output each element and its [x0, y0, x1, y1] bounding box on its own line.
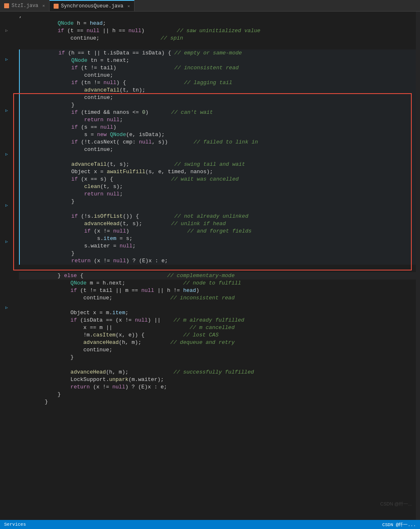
code-line: s = new QNode (e, isData); [19, 131, 416, 139]
code-line [19, 361, 416, 369]
status-watermark: CSDN @纤一... [382, 522, 416, 528]
code-line: if (x != null ) // and forget fields [19, 228, 416, 235]
code-line: s. item = s; [19, 235, 416, 242]
gutter-arrow-5[interactable]: ▷ [4, 239, 9, 245]
code-line: if (x == s) { // wait was cancelled [19, 176, 416, 183]
java-file-icon [4, 3, 9, 8]
code-line: advanceHead (h, m); // successfully fulf… [19, 369, 416, 376]
code-line [19, 302, 416, 309]
tab-synchronousqueue-close[interactable]: ✕ [127, 4, 130, 9]
code-line: } else { // complementary-mode [19, 272, 416, 280]
code-line [19, 205, 416, 213]
code-line: QNode tn = t.next; [19, 57, 416, 64]
code-line: continue; [19, 146, 416, 153]
status-bar: Services CSDN @纤一... [0, 520, 420, 529]
code-line: } [19, 391, 416, 398]
code-line: } [19, 398, 416, 406]
code-line: if (tn != null ) { // lagging tail [19, 79, 416, 87]
code-line: return (x != null ) ? (E)x : e; [19, 383, 416, 391]
code-line: if (t == null || h == null ) // saw unin… [19, 27, 416, 35]
code-line: continue; [19, 346, 416, 354]
code-line: continue; [19, 94, 416, 101]
gutter-arrow-4[interactable]: ▷ [4, 202, 9, 208]
code-line: clean (t, s); [19, 183, 416, 190]
gutter-arrow-1[interactable]: ▷ [4, 56, 9, 62]
tab-stzI[interactable]: StzI.java ✕ [0, 0, 50, 11]
code-line: } [19, 198, 416, 205]
gutter: ▷ ▷ ▷ ▷ ▷ ▷ ▷ [0, 12, 13, 520]
code-line: return null ; [19, 190, 416, 198]
code-line [19, 265, 416, 272]
code-line: , [19, 12, 416, 20]
code-line: if (!s. isOffList ()) { // not already u… [19, 213, 416, 220]
watermark: CSDN @纤一... [380, 500, 412, 508]
java-file-icon-2 [54, 4, 59, 9]
tab-bar: StzI.java ✕ SynchronousQueue.java ✕ [0, 0, 420, 12]
code-line: } [19, 101, 416, 109]
code-line: continue; [19, 72, 416, 79]
code-line: continue; // inconsistent read [19, 294, 416, 302]
tab-synchronousqueue[interactable]: SynchronousQueue.java ✕ [50, 0, 134, 11]
code-line: QNode h = head ; [19, 20, 416, 27]
code-area[interactable]: , QNode h = head ; if (t == null || h == [13, 12, 416, 520]
code-line: return (x != null ) ? (E)x : e; [19, 257, 416, 265]
code-line: } [19, 250, 416, 257]
code-line: if (h == t || t.isData == isData) { // e… [19, 49, 416, 57]
code-line [19, 153, 416, 161]
code-line: advanceTail (t, s); // swing tail and wa… [19, 161, 416, 168]
code-line: if (!t.casNext( cmp: null , s)) // faile… [19, 139, 416, 146]
gutter-arrow-2[interactable]: ▷ [4, 108, 9, 113]
code-line: Object x = m. item ; [19, 309, 416, 317]
code-line: } [19, 354, 416, 361]
code-line: if (isData == (x != null ) || // m alrea… [19, 317, 416, 324]
code-line: !m. casItem (x, e)) { // lost CAS [19, 332, 416, 339]
scrollbar-vertical[interactable] [416, 12, 420, 520]
code-line: if (t != tail || m == null || h != head … [19, 287, 416, 294]
code-line: x == m || // m cancelled [19, 324, 416, 332]
code-line: Object x = awaitFulfill (s, e, timed, na… [19, 168, 416, 176]
code-line: advanceTail (t, tn); [19, 87, 416, 94]
code-line: continue; // spin [19, 35, 416, 42]
code-line: QNode m = h.next; // node to fulfill [19, 280, 416, 287]
code-line: if (s == null ) [19, 124, 416, 131]
tab-synchronousqueue-label: SynchronousQueue.java [61, 3, 123, 9]
tab-stzI-label: StzI.java [12, 3, 38, 9]
code-line: s.waiter = null ; [19, 242, 416, 250]
tab-stzI-close[interactable]: ✕ [42, 3, 45, 8]
code-line [19, 42, 416, 49]
code-line: LockSupport. unpark (m.waiter); [19, 376, 416, 383]
code-line: if (timed && nanos <= 0 ) // can't wait [19, 109, 416, 116]
code-line: if (t != tail) // inconsistent read [19, 64, 416, 72]
gutter-arrow-3[interactable]: ▷ [4, 151, 9, 157]
code-line: return null ; [19, 116, 416, 124]
code-line: advanceHead (t, s); // unlink if head [19, 220, 416, 228]
editor-area: ▷ ▷ ▷ ▷ ▷ ▷ ▷ , QNode h = [0, 12, 420, 520]
status-services[interactable]: Services [4, 522, 26, 527]
gutter-fold-1[interactable]: ▷ [4, 28, 9, 33]
code-line: advanceHead (h, m); // dequeue and retry [19, 339, 416, 346]
gutter-arrow-6[interactable]: ▷ [4, 305, 9, 310]
